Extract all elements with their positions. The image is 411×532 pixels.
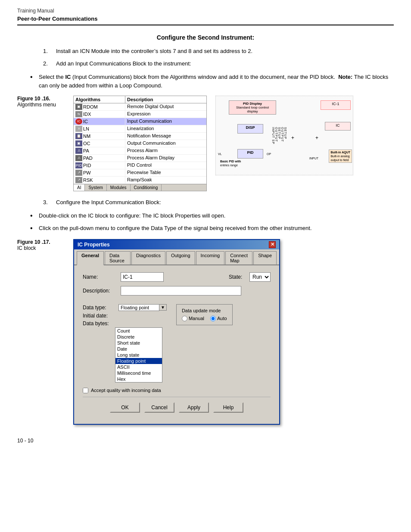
tab-data-source[interactable]: Data Source bbox=[105, 251, 131, 264]
dropdown-date[interactable]: Date bbox=[115, 346, 162, 352]
step-2: 2. Add an Input Communications Block to … bbox=[43, 60, 394, 67]
algo-row-rdom: ▣RDOM Remote Digital Output bbox=[74, 103, 206, 111]
steps-list: 1. Install an ICN Module into the contro… bbox=[43, 48, 394, 67]
algo-row-ln: ⤫LN Linearization bbox=[74, 125, 206, 133]
initial-date-row: Initial date: bbox=[83, 313, 167, 319]
description-row: Description: bbox=[83, 286, 271, 296]
dropdown-list: Count Discrete Short state Date Long sta… bbox=[115, 327, 162, 383]
tab-general[interactable]: General bbox=[77, 251, 104, 265]
help-button[interactable]: Help bbox=[213, 402, 243, 413]
figure-10-16-row: Figure 10 .16. Algorithms menu Algorithm… bbox=[17, 96, 394, 191]
step-3-list: 3. Configure the Input Communication Blo… bbox=[43, 199, 394, 205]
dialog-titlebar: IC Properties ✕ bbox=[74, 240, 279, 249]
apply-button[interactable]: Apply bbox=[179, 402, 209, 413]
bullet-1-1: • Select the IC (Input Communications) b… bbox=[30, 73, 394, 90]
pid-diagram: PID Display Standard loop control displa… bbox=[215, 96, 353, 175]
radio-auto[interactable]: Auto bbox=[210, 316, 227, 321]
algo-row-pa: ⚠PA Process Alarm bbox=[74, 147, 206, 155]
radio-manual[interactable]: Manual bbox=[182, 316, 204, 321]
tab-shape[interactable]: Shape bbox=[253, 251, 277, 264]
doc-title: Training Manual bbox=[17, 8, 54, 14]
pid-box: PID bbox=[237, 149, 263, 159]
name-input[interactable] bbox=[121, 272, 164, 282]
data-type-select-group: Floating point ▼ bbox=[118, 304, 167, 311]
tab-outgoing[interactable]: Outgoing bbox=[166, 251, 195, 264]
tab-system[interactable]: System bbox=[85, 184, 106, 191]
ic-properties-dialog: IC Properties ✕ General Data Source Diag… bbox=[73, 239, 280, 425]
dropdown-ascii[interactable]: ASCII bbox=[115, 364, 162, 370]
tab-incoming[interactable]: Incoming bbox=[196, 251, 225, 264]
name-row: Name: State: Run bbox=[83, 272, 271, 282]
ic-box: IC bbox=[325, 122, 351, 131]
plus-2: + bbox=[315, 135, 318, 141]
figure-10-16-label: Figure 10 .16. Algorithms menu bbox=[17, 96, 65, 108]
figure-10-17-row: Figure 10 .17. IC block IC Properties ✕ … bbox=[17, 239, 394, 425]
dialog-body: Name: State: Run Description: Data bbox=[74, 265, 279, 424]
ok-button[interactable]: OK bbox=[110, 402, 140, 413]
data-type-display: Floating point bbox=[118, 304, 159, 311]
bullet-2-1: • Double-click on the IC block to config… bbox=[30, 212, 394, 221]
tab-ai[interactable]: AI bbox=[74, 184, 85, 191]
bullets-2: • Double-click on the IC block to config… bbox=[30, 212, 394, 233]
step-1: 1. Install an ICN Module into the contro… bbox=[43, 48, 394, 54]
data-update-mode-box: Data update mode Manual Auto bbox=[176, 304, 233, 325]
pid-label-bottom: Basic PID with entries range bbox=[220, 160, 241, 167]
op-label: OP bbox=[267, 152, 271, 156]
data-type-area: Data type: Floating point ▼ Initial date… bbox=[83, 304, 167, 383]
algo-row-oc: ▣OC Output Communication bbox=[74, 140, 206, 147]
dropdown-hex[interactable]: Hex bbox=[115, 376, 162, 382]
dropdown-long-state[interactable]: Long state bbox=[115, 352, 162, 358]
radio-row: Manual Auto bbox=[182, 316, 227, 321]
data-type-row: Data type: Floating point ▼ bbox=[83, 304, 167, 311]
data-config-area: Data type: Floating point ▼ Initial date… bbox=[83, 304, 271, 383]
algo-header: Algorithms Description bbox=[74, 96, 206, 103]
step-3: 3. Configure the Input Communication Blo… bbox=[43, 199, 394, 205]
dropdown-short-state[interactable]: Short state bbox=[115, 340, 162, 346]
algo-row-rsk: ↗RSK Ramp/Soak bbox=[74, 177, 206, 184]
figure-10-17-label: Figure 10 .17. IC block bbox=[17, 239, 65, 251]
bullets-1: • Select the IC (Input Communications) b… bbox=[30, 73, 394, 90]
algo-row-nm: 📋NM Notification Message bbox=[74, 133, 206, 140]
dropdown-discrete[interactable]: Discrete bbox=[115, 334, 162, 340]
header-divider bbox=[17, 25, 394, 25]
dialog-tabs: General Data Source Diagnostics Outgoing… bbox=[74, 249, 279, 265]
data-type-dropdown-btn[interactable]: ▼ bbox=[159, 304, 167, 311]
dialog-buttons: OK Cancel Apply Help bbox=[83, 397, 271, 417]
disp-box: DISP bbox=[237, 124, 263, 134]
algorithms-window: Algorithms Description ▣RDOM Remote Digi… bbox=[73, 96, 207, 191]
section-title: Configure the Second Instrument: bbox=[17, 34, 394, 41]
bullet-2-2: • Click on the pull-down menu to configu… bbox=[30, 224, 394, 233]
doc-header: Training Manual bbox=[17, 8, 394, 14]
tab-diagnostics[interactable]: Diagnostics bbox=[131, 251, 165, 264]
doc-subtitle: Peer-to-Peer Communications bbox=[17, 16, 394, 22]
vertical-labels: INPUT SP OUTPUT SETUP OUTPUT SETUP bbox=[272, 127, 287, 153]
dropdown-floating-point[interactable]: Floating point bbox=[115, 358, 162, 364]
builtin-box: Built-in AQUT Built-in analog output to … bbox=[329, 149, 352, 163]
tab-connect-map[interactable]: Connect Map bbox=[225, 251, 252, 264]
page-footer: 10 - 10 bbox=[17, 438, 394, 444]
vl-label: VL bbox=[218, 152, 222, 156]
data-bytes-row: Data bytes: bbox=[83, 320, 167, 327]
algo-row-ic: IC IC Input Communication bbox=[74, 118, 206, 125]
accept-quality-checkbox[interactable] bbox=[83, 388, 88, 393]
tab-conditioning[interactable]: Conditioning bbox=[131, 184, 162, 191]
description-input[interactable] bbox=[121, 286, 241, 296]
cancel-button[interactable]: Cancel bbox=[144, 402, 174, 413]
state-select[interactable]: Run bbox=[249, 272, 271, 282]
algo-row-pid: PIDPID PID Control bbox=[74, 162, 206, 169]
ic1-box-top: IC-1 bbox=[321, 100, 351, 110]
plus-1: + bbox=[291, 135, 294, 141]
algo-tabs: AI System Modules Conditioning bbox=[74, 184, 206, 191]
tab-modules[interactable]: Modules bbox=[107, 184, 131, 191]
dialog-close-button[interactable]: ✕ bbox=[269, 241, 276, 248]
pid-display-box: PID Display Standard loop control displa… bbox=[229, 100, 276, 115]
algo-row-idx: fxIDX Expression bbox=[74, 111, 206, 118]
dropdown-millisecond[interactable]: Millisecond time bbox=[115, 370, 162, 376]
dropdown-count[interactable]: Count bbox=[115, 328, 162, 334]
algo-row-pad: ⚠PAD Process Alarm Display bbox=[74, 155, 206, 162]
input-label: INPUT bbox=[309, 157, 318, 160]
accept-quality-row: Accept quality with incoming data bbox=[83, 388, 271, 393]
algo-row-pw: ↗PW Piecewise Table bbox=[74, 169, 206, 177]
